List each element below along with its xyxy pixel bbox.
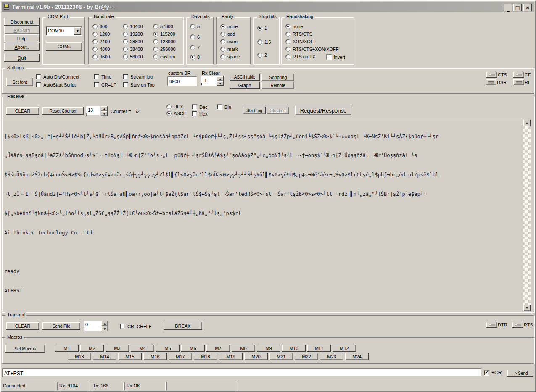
rts-led[interactable] xyxy=(512,322,523,328)
baud-option-256000[interactable]: 256000 xyxy=(153,47,176,52)
parity-mark[interactable]: mark xyxy=(220,47,238,52)
parity-even[interactable]: even xyxy=(220,39,238,44)
macro-m22-button[interactable]: M22 xyxy=(295,353,318,360)
parity-odd[interactable]: odd xyxy=(220,32,235,37)
spin-up-icon[interactable]: ▲ xyxy=(101,321,108,326)
macro-m18-button[interactable]: M18 xyxy=(194,353,217,360)
handshake-both[interactable]: RTS/CTS+XON/XOFF xyxy=(285,47,339,52)
receive-terminal[interactable]: {$<0>lśß|<0>„lŕ|¬ş┘┘Ś┘lě┘b|Ž,└ä‼Űr›B„ş#Ś… xyxy=(3,120,523,311)
baud-option-2400[interactable]: 2400 xyxy=(92,39,110,44)
autostart-script-checkbox[interactable]: AutoStart Script xyxy=(36,82,76,87)
coms-button[interactable]: COMs xyxy=(46,42,82,51)
macro-m11-button[interactable]: M11 xyxy=(307,345,331,352)
invert-checkbox[interactable]: invert xyxy=(326,54,345,60)
custom-br-input[interactable] xyxy=(167,76,197,86)
stoplog-button[interactable]: StopLog xyxy=(267,107,289,114)
mode-hex-radio[interactable]: HEX xyxy=(166,104,183,109)
transmit-spinner[interactable]: ▲▼ xyxy=(84,321,108,331)
macro-m24-button[interactable]: M24 xyxy=(345,353,369,360)
macro-m9-button[interactable]: M9 xyxy=(257,345,280,352)
macro-m6-button[interactable]: M6 xyxy=(181,345,205,352)
parity-space[interactable]: space xyxy=(220,54,240,59)
time-checkbox[interactable]: Time xyxy=(94,74,111,79)
custom-br-field[interactable] xyxy=(167,76,197,86)
baud-option-1200[interactable]: 1200 xyxy=(92,32,110,37)
baud-option-19200[interactable]: 19200 xyxy=(123,32,143,37)
baud-option-57600[interactable]: 57600 xyxy=(153,24,173,29)
send-cr-checkbox[interactable]: +CR xyxy=(484,370,502,376)
baud-option-115200[interactable]: 115200 xyxy=(153,32,175,37)
macro-m5-button[interactable]: M5 xyxy=(156,345,180,352)
baud-option-9600[interactable]: 9600 xyxy=(92,54,110,59)
macro-m7-button[interactable]: M7 xyxy=(206,345,230,352)
macro-m12-button[interactable]: M12 xyxy=(333,345,356,352)
macro-m10-button[interactable]: M10 xyxy=(282,345,306,352)
spin-up-icon[interactable]: ▲ xyxy=(217,76,224,81)
remote-button[interactable]: Remote xyxy=(261,82,294,89)
handshake-none[interactable]: none xyxy=(285,24,303,29)
combo-dropdown-icon[interactable]: ▼ xyxy=(74,27,81,35)
close-button[interactable]: × xyxy=(523,4,532,11)
stop-bits-1[interactable]: 1 xyxy=(257,26,267,31)
startlog-button[interactable]: StartLog xyxy=(243,107,266,114)
macro-m13-button[interactable]: M13 xyxy=(68,353,91,360)
scroll-up-icon[interactable]: ▲ xyxy=(523,120,531,126)
crlf-checkbox[interactable]: CR=LF xyxy=(94,82,116,87)
spin-down-icon[interactable]: ▼ xyxy=(101,111,108,116)
data-bits-5[interactable]: 5 xyxy=(190,24,200,29)
lines-input[interactable] xyxy=(86,106,100,113)
minimize-button[interactable]: _ xyxy=(504,4,512,11)
data-bits-8[interactable]: 8 xyxy=(190,55,200,60)
spin-down-icon[interactable]: ▼ xyxy=(217,81,224,86)
macro-m20-button[interactable]: M20 xyxy=(244,353,268,360)
stop-bits-2[interactable]: 2 xyxy=(257,53,267,58)
macro-m17-button[interactable]: M17 xyxy=(169,353,192,360)
baud-option-38400[interactable]: 38400 xyxy=(123,47,143,52)
send-button[interactable]: -> Send xyxy=(507,370,533,377)
macro-m4-button[interactable]: M4 xyxy=(131,345,154,352)
crcrlf-checkbox[interactable]: CR=CR+LF xyxy=(120,324,151,329)
graph-button[interactable]: Graph xyxy=(230,82,260,89)
about-button[interactable]: About.. xyxy=(4,43,40,51)
lines-spinner[interactable]: ▲▼ xyxy=(86,106,108,116)
baud-option-128000[interactable]: 128000 xyxy=(153,39,176,44)
handshake-rtsontx[interactable]: RTS on TX xyxy=(285,54,315,59)
request-response-button[interactable]: Request/Response xyxy=(295,106,351,115)
help-button[interactable]: Help xyxy=(4,34,40,42)
set-macros-button[interactable]: Set Macros xyxy=(5,345,45,353)
auto-disconnect-checkbox[interactable]: Auto Dis/Connect xyxy=(36,74,79,79)
send-input[interactable] xyxy=(2,368,481,377)
rescan-button[interactable]: ReScan xyxy=(4,26,40,34)
com-port-combobox[interactable]: COM10 ▼ xyxy=(46,26,82,36)
stop-bits-1.5[interactable]: 1.5 xyxy=(257,39,271,45)
macro-m14-button[interactable]: M14 xyxy=(93,353,116,360)
parity-none[interactable]: none xyxy=(220,24,238,29)
stream-log-checkbox[interactable]: Stream log xyxy=(123,74,153,79)
handshake-xonxoff[interactable]: XON/XOFF xyxy=(285,39,316,44)
baud-option-custom[interactable]: custom xyxy=(153,54,175,59)
data-bits-7[interactable]: 7 xyxy=(190,45,200,50)
quit-button[interactable]: Quit xyxy=(4,54,40,62)
baud-option-4800[interactable]: 4800 xyxy=(92,47,110,52)
macro-m8-button[interactable]: M8 xyxy=(232,345,255,352)
baud-option-14400[interactable]: 14400 xyxy=(123,24,143,29)
scripting-button[interactable]: Scripting xyxy=(261,74,294,81)
macro-m23-button[interactable]: M23 xyxy=(320,353,343,360)
macro-m2-button[interactable]: M2 xyxy=(80,345,104,352)
dtr-led[interactable] xyxy=(486,322,497,328)
stay-on-top-checkbox[interactable]: Stay on Top xyxy=(123,82,155,87)
disconnect-button[interactable]: Disconnect xyxy=(4,18,40,26)
transmit-clear-button[interactable]: CLEAR xyxy=(6,322,39,330)
rx-clear-input[interactable] xyxy=(201,76,217,83)
view-hex-checkbox[interactable]: Hex xyxy=(192,111,208,116)
receive-scrollbar[interactable]: ▲ ▼ xyxy=(523,120,531,311)
ascii-table-button[interactable]: ASCII table xyxy=(230,74,260,81)
macro-m21-button[interactable]: M21 xyxy=(269,353,293,360)
send-field[interactable] xyxy=(2,368,481,377)
data-bits-6[interactable]: 6 xyxy=(190,34,200,39)
view-bin-checkbox[interactable]: Bin xyxy=(217,104,231,110)
macro-m3-button[interactable]: M3 xyxy=(106,345,129,352)
rx-clear-spinner[interactable]: ▲▼ xyxy=(201,76,224,86)
macro-m19-button[interactable]: M19 xyxy=(219,353,243,360)
baud-option-600[interactable]: 600 xyxy=(92,24,107,29)
